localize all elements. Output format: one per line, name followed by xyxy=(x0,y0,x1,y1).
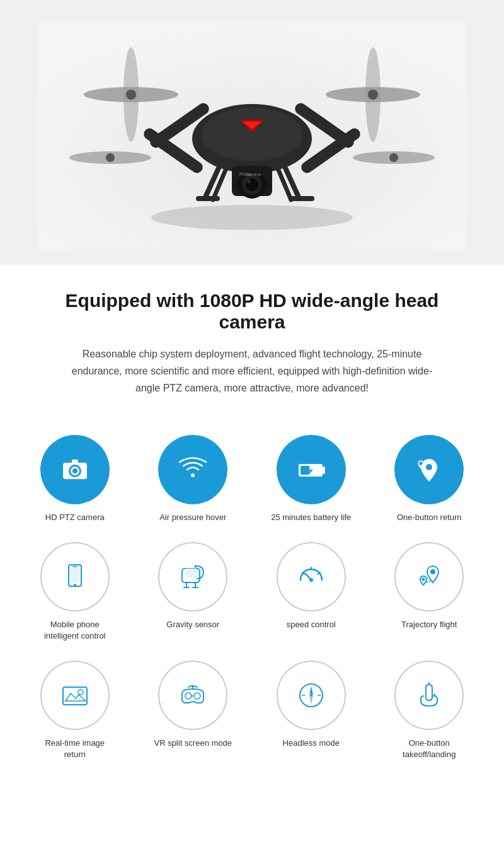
vr-label: VR split screen mode xyxy=(154,738,232,749)
svg-point-75 xyxy=(428,681,430,683)
gravity-icon xyxy=(176,560,210,594)
hd-camera-circle xyxy=(40,435,110,504)
svg-rect-49 xyxy=(185,569,197,577)
svg-text:Camera: Camera xyxy=(245,172,261,177)
svg-rect-47 xyxy=(72,566,77,567)
battery-circle xyxy=(277,435,346,504)
svg-marker-68 xyxy=(309,686,313,695)
image-icon xyxy=(58,678,92,712)
trajectory-label: Trajectory flight xyxy=(401,619,457,630)
speed-label: speed control xyxy=(287,619,336,630)
svg-point-60 xyxy=(430,569,435,574)
svg-point-38 xyxy=(191,473,195,477)
speed-circle xyxy=(277,542,346,611)
gravity-label: Gravity sensor xyxy=(166,619,219,630)
speed-icon xyxy=(294,560,328,594)
hd-camera-label: HD PTZ camera xyxy=(45,512,105,523)
svg-point-13 xyxy=(106,153,115,162)
svg-point-42 xyxy=(426,464,432,470)
feature-trajectory: Trajectory flight xyxy=(374,542,486,642)
svg-point-43 xyxy=(420,461,423,465)
return-label: One-button return xyxy=(397,512,462,523)
takeoff-circle xyxy=(394,661,464,730)
location-icon xyxy=(412,453,446,487)
svg-point-17 xyxy=(202,108,302,161)
vr-circle xyxy=(158,661,227,730)
feature-air-hover: Air pressure hover xyxy=(137,435,249,523)
svg-rect-45 xyxy=(70,567,80,582)
takeoff-icon xyxy=(412,678,446,712)
air-hover-circle xyxy=(158,435,227,504)
svg-point-1 xyxy=(151,205,353,230)
headless-icon xyxy=(294,678,328,712)
svg-point-59 xyxy=(309,578,313,582)
camera-icon xyxy=(58,453,92,487)
battery-icon xyxy=(294,453,328,487)
page-title: Equipped with 1080P HD wide-angle head c… xyxy=(38,290,466,333)
svg-point-61 xyxy=(422,577,425,581)
svg-marker-69 xyxy=(309,695,313,705)
headless-label: Headless mode xyxy=(283,738,340,749)
headless-circle xyxy=(277,661,346,730)
drone-image: Photo Camera xyxy=(38,22,466,249)
return-circle xyxy=(394,435,464,504)
wifi-icon xyxy=(176,453,210,487)
svg-rect-62 xyxy=(63,687,87,705)
vr-icon xyxy=(176,678,210,712)
features-row-3: Real-time image return VR split screen m… xyxy=(0,654,504,785)
headline-section: Equipped with 1080P HD wide-angle head c… xyxy=(0,265,504,410)
features-row-1: HD PTZ camera Air pressure hover xyxy=(0,410,504,536)
svg-point-64 xyxy=(185,693,192,699)
trajectory-circle xyxy=(394,542,464,611)
svg-point-30 xyxy=(247,180,251,183)
trajectory-icon xyxy=(412,560,446,594)
air-hover-label: Air pressure hover xyxy=(159,512,226,523)
feature-headless: Headless mode xyxy=(255,661,367,760)
gravity-circle xyxy=(158,542,227,611)
feature-gravity: Gravity sensor xyxy=(137,542,249,642)
phone-label: Mobile phone intelligent control xyxy=(34,619,116,642)
feature-battery: 25 minutes battery life xyxy=(255,435,367,523)
svg-point-46 xyxy=(74,584,76,586)
svg-rect-37 xyxy=(72,460,78,463)
svg-point-36 xyxy=(72,468,77,473)
svg-rect-40 xyxy=(323,466,325,474)
feature-hd-camera: HD PTZ camera xyxy=(19,435,131,523)
phone-icon xyxy=(58,560,92,594)
svg-point-15 xyxy=(389,153,398,162)
feature-takeoff: One-button takeoff/landing xyxy=(374,661,486,760)
feature-phone: Mobile phone intelligent control xyxy=(19,542,131,642)
svg-point-63 xyxy=(78,690,83,695)
svg-point-8 xyxy=(126,90,136,100)
description-text: Reasonable chip system deployment, advan… xyxy=(69,345,435,397)
feature-vr: VR split screen mode xyxy=(137,661,249,760)
image-return-circle xyxy=(40,661,110,730)
feature-return: One-button return xyxy=(374,435,486,523)
takeoff-label: One-button takeoff/landing xyxy=(388,738,470,760)
feature-image-return: Real-time image return xyxy=(19,661,131,760)
phone-circle xyxy=(40,542,110,611)
svg-point-72 xyxy=(310,694,312,697)
svg-point-65 xyxy=(194,693,200,699)
image-return-label: Real-time image return xyxy=(34,738,116,760)
svg-point-11 xyxy=(368,90,378,100)
drone-hero-section: Photo Camera xyxy=(0,0,504,265)
battery-label: 25 minutes battery life xyxy=(271,512,351,523)
feature-speed: speed control xyxy=(255,542,367,642)
features-row-2: Mobile phone intelligent control Gravity… xyxy=(0,536,504,654)
